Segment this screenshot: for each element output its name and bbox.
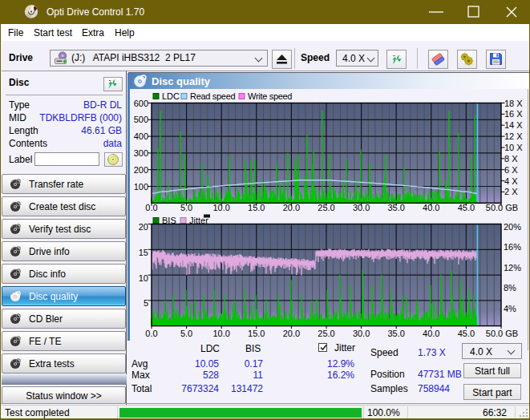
svg-text:LDC: LDC xyxy=(162,91,180,101)
svg-text:10: 10 xyxy=(139,273,148,283)
svg-text:10.0: 10.0 xyxy=(212,203,229,212)
svg-text:6 X: 6 X xyxy=(504,165,518,175)
svg-text:500: 500 xyxy=(134,115,148,124)
svg-text:30.0: 30.0 xyxy=(353,329,370,338)
svg-text:14 X: 14 X xyxy=(504,120,523,130)
svg-text:50.0 GB: 50.0 GB xyxy=(486,203,518,212)
svg-text:16 X: 16 X xyxy=(504,109,523,119)
svg-text:0.0: 0.0 xyxy=(145,329,157,338)
svg-text:35.0: 35.0 xyxy=(387,329,404,338)
svg-text:35.0: 35.0 xyxy=(387,203,404,212)
svg-text:40.0: 40.0 xyxy=(423,203,439,212)
svg-text:0.0: 0.0 xyxy=(145,203,157,212)
svg-text:300: 300 xyxy=(134,148,148,158)
svg-text:15.0: 15.0 xyxy=(248,203,265,212)
svg-text:40.0: 40.0 xyxy=(423,329,439,338)
svg-text:4 X: 4 X xyxy=(504,176,518,186)
svg-text:5.0: 5.0 xyxy=(180,329,192,338)
svg-text:15.0: 15.0 xyxy=(248,329,265,338)
svg-text:20%: 20% xyxy=(504,222,521,232)
svg-text:20.0: 20.0 xyxy=(283,329,300,338)
svg-text:15: 15 xyxy=(139,248,148,257)
svg-text:100: 100 xyxy=(134,182,148,192)
svg-text:25.0: 25.0 xyxy=(318,329,334,338)
svg-text:20.0: 20.0 xyxy=(283,203,300,212)
svg-text:2 X: 2 X xyxy=(504,187,518,196)
svg-text:12 X: 12 X xyxy=(504,131,523,141)
svg-text:45.0: 45.0 xyxy=(458,329,475,338)
svg-text:600: 600 xyxy=(134,99,148,108)
svg-text:45.0: 45.0 xyxy=(458,203,475,212)
svg-text:18 X: 18 X xyxy=(504,99,523,108)
svg-text:Write speed: Write speed xyxy=(248,91,292,101)
svg-text:8%: 8% xyxy=(504,283,516,293)
svg-text:5.0: 5.0 xyxy=(180,203,192,212)
svg-text:16%: 16% xyxy=(504,242,521,252)
svg-text:25.0: 25.0 xyxy=(318,203,334,212)
svg-text:200: 200 xyxy=(134,165,148,175)
svg-text:Read speed: Read speed xyxy=(190,91,236,101)
svg-text:30.0: 30.0 xyxy=(353,203,370,212)
svg-text:5: 5 xyxy=(144,298,148,308)
svg-text:8 X: 8 X xyxy=(504,154,518,164)
svg-text:4%: 4% xyxy=(504,304,516,313)
svg-text:20: 20 xyxy=(139,222,148,232)
svg-text:10.0: 10.0 xyxy=(212,329,229,338)
svg-text:10 X: 10 X xyxy=(504,143,523,152)
svg-text:50.0 GB: 50.0 GB xyxy=(486,329,518,338)
svg-text:400: 400 xyxy=(134,131,148,141)
svg-text:12%: 12% xyxy=(504,263,521,273)
